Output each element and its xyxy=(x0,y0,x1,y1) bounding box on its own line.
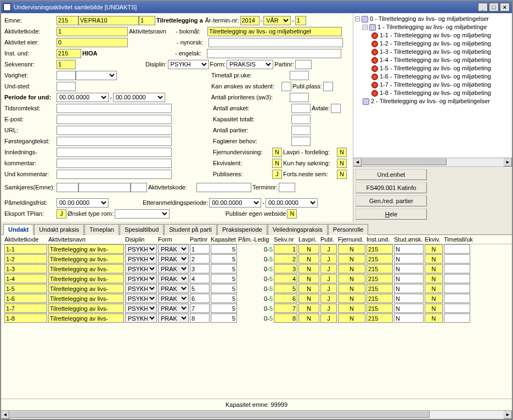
tree-leaf[interactable]: 1-7 - Tilrettelegging av livs- og miljøb… xyxy=(355,81,510,89)
row-kap-field[interactable] xyxy=(211,313,237,323)
row-lav-field[interactable] xyxy=(298,313,319,323)
samemne-code-field[interactable] xyxy=(78,183,131,192)
antallpri-field[interactable] xyxy=(290,93,309,102)
ekviv-field[interactable] xyxy=(272,159,282,168)
row-disiplin-select[interactable]: PSYKH xyxy=(125,284,157,293)
tree-leaf[interactable]: 1-1 - Tilrettelegging av livs- og miljøb… xyxy=(355,31,510,40)
row-kode-field[interactable] xyxy=(4,304,47,313)
collapse-icon[interactable]: − xyxy=(363,25,368,30)
row-disiplin-select[interactable]: PSYKH xyxy=(125,244,157,254)
row-fjern-field[interactable] xyxy=(338,304,365,313)
genred-button[interactable]: Gen./red. partier xyxy=(356,195,427,206)
row-lav-field[interactable] xyxy=(298,244,319,254)
row-disiplin-select[interactable]: PSYKH xyxy=(125,294,157,303)
row-lav-field[interactable] xyxy=(298,274,319,283)
undsted-field[interactable] xyxy=(57,82,76,91)
tidsrom-field[interactable] xyxy=(57,104,172,113)
row-kap-field[interactable] xyxy=(211,304,237,313)
pamelding-select[interactable]: 00.00.0000 xyxy=(57,198,109,208)
maximize-button[interactable]: □ xyxy=(489,3,499,12)
aktnavn-engelsk-field[interactable] xyxy=(207,49,341,58)
row-publ-field[interactable] xyxy=(320,304,337,313)
row-fjern-field[interactable] xyxy=(338,274,365,283)
row-inst-field[interactable] xyxy=(367,284,393,293)
row-disiplin-select[interactable]: PSYKH xyxy=(125,313,157,323)
tree-leaf[interactable]: 1-8 - Tilrettelegging av livs- og miljøb… xyxy=(355,89,510,97)
emne-inst-field[interactable] xyxy=(57,16,78,25)
sekvens-field[interactable] xyxy=(57,60,76,69)
row-navn-field[interactable] xyxy=(48,244,124,254)
aktnavn-nynorsk-field[interactable] xyxy=(208,38,343,47)
samemne-inst-field[interactable] xyxy=(57,183,78,192)
row-navn-field[interactable] xyxy=(48,294,124,303)
row-lav-field[interactable] xyxy=(298,304,319,313)
row-form-select[interactable]: PRAK xyxy=(158,294,189,303)
row-partnr-field[interactable] xyxy=(190,274,210,283)
row-navn-field[interactable] xyxy=(48,274,124,283)
undkomm-field[interactable] xyxy=(57,170,172,179)
varighet-field[interactable] xyxy=(57,71,76,80)
row-sekv-field[interactable] xyxy=(274,244,297,254)
row-inst-field[interactable] xyxy=(367,313,393,323)
tree-leaf[interactable]: 1-4 - Tilrettelegging av livs- og miljøb… xyxy=(355,56,510,64)
row-navn-field[interactable] xyxy=(48,313,124,323)
row-partnr-field[interactable] xyxy=(190,264,210,273)
row-ekv-field[interactable] xyxy=(425,254,443,264)
row-stud-field[interactable] xyxy=(394,254,424,264)
row-fjern-field[interactable] xyxy=(338,264,365,273)
antallons-field[interactable] xyxy=(291,104,311,113)
row-ekv-field[interactable] xyxy=(425,313,443,323)
tree-node-1[interactable]: −1 - Tilrettelegging av livs- og miljøbe… xyxy=(355,23,510,31)
row-timetall-field[interactable] xyxy=(444,304,470,313)
row-kap-field[interactable] xyxy=(211,264,237,273)
row-form-select[interactable]: PRAK xyxy=(158,284,189,293)
row-stud-field[interactable] xyxy=(394,294,424,303)
undenhet-button[interactable]: Und.enhet xyxy=(356,169,427,180)
row-kode-field[interactable] xyxy=(4,264,47,273)
onskettype-select[interactable] xyxy=(115,209,170,219)
scroll-left-icon[interactable]: ◄ xyxy=(1,411,9,419)
scroll-right-icon[interactable]: ► xyxy=(504,158,512,166)
tree-leaf[interactable]: 1-6 - Tilrettelegging av livs- og miljøb… xyxy=(355,72,510,81)
row-sekv-field[interactable] xyxy=(274,304,297,313)
row-disiplin-select[interactable]: PSYKH xyxy=(125,254,157,264)
row-publ-field[interactable] xyxy=(320,264,337,273)
row-lav-field[interactable] xyxy=(298,284,319,293)
row-timetall-field[interactable] xyxy=(444,264,470,273)
row-lav-field[interactable] xyxy=(298,254,319,264)
aktkode-field[interactable] xyxy=(57,27,128,36)
row-lav-field[interactable] xyxy=(298,264,319,273)
aar-field[interactable] xyxy=(240,16,260,25)
collapse-icon[interactable]: − xyxy=(355,16,360,21)
row-inst-field[interactable] xyxy=(367,274,393,283)
row-ekv-field[interactable] xyxy=(425,304,443,313)
row-stud-field[interactable] xyxy=(394,244,424,254)
faglaerer-field[interactable] xyxy=(291,137,311,146)
timetall-field[interactable] xyxy=(290,71,309,80)
row-publ-field[interactable] xyxy=(320,254,337,264)
row-form-select[interactable]: PRAK xyxy=(158,254,189,264)
kommentar-field[interactable] xyxy=(57,159,172,168)
row-partnr-field[interactable] xyxy=(190,284,210,293)
row-stud-field[interactable] xyxy=(394,304,424,313)
row-form-select[interactable]: PRAK xyxy=(158,244,189,254)
row-ekv-field[interactable] xyxy=(425,284,443,293)
row-stud-field[interactable] xyxy=(394,264,424,273)
samakode-field[interactable] xyxy=(196,183,251,192)
tab-veiledningspraksis[interactable]: Veiledningspraksis xyxy=(268,224,328,235)
forstegang-field[interactable] xyxy=(57,137,172,146)
terminnr-field[interactable] xyxy=(295,16,306,25)
scroll-right-icon[interactable]: ► xyxy=(504,411,512,419)
row-sekv-field[interactable] xyxy=(274,294,297,303)
row-timetall-field[interactable] xyxy=(444,313,470,323)
epost-field[interactable] xyxy=(57,115,172,124)
publ-field[interactable] xyxy=(272,170,282,179)
tab-timeplan[interactable]: Timeplan xyxy=(84,224,119,235)
tree-node-root[interactable]: −0 - Tilrettelegging av livs- og miljøbe… xyxy=(355,15,510,23)
row-inst-field[interactable] xyxy=(367,304,393,313)
row-publ-field[interactable] xyxy=(320,274,337,283)
row-fjern-field[interactable] xyxy=(338,284,365,293)
row-sekv-field[interactable] xyxy=(274,274,297,283)
row-timetall-field[interactable] xyxy=(444,254,470,264)
termin-select[interactable]: VÅR xyxy=(263,16,291,25)
